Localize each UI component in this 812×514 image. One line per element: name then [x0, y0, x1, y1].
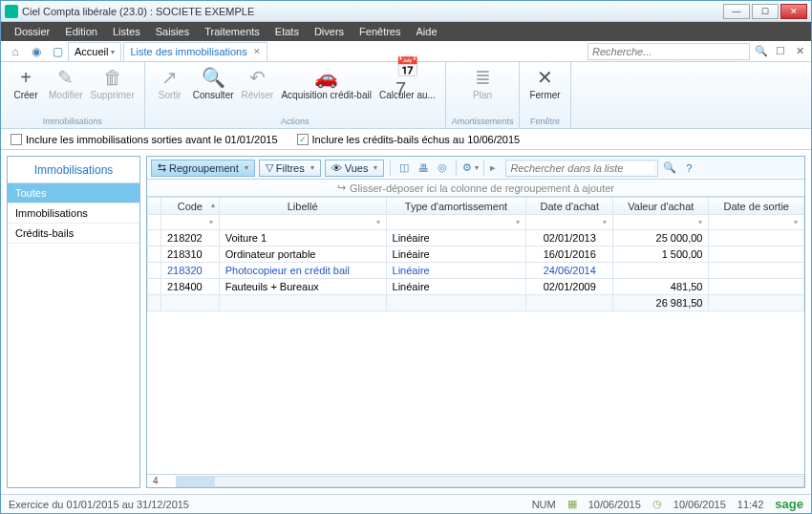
col-libell-[interactable]: Libellé — [219, 198, 386, 215]
new-doc-icon[interactable]: ▢ — [50, 44, 65, 59]
search-icon[interactable]: 🔍 — [662, 161, 677, 176]
group-drop-hint[interactable]: ↪ Glisser-déposer ici la colonne de regr… — [147, 180, 804, 197]
gear-icon[interactable]: ⚙▾ — [462, 161, 478, 176]
sidebar-item-toutes[interactable]: Toutes — [8, 183, 139, 203]
checkbox-inclure-credits[interactable]: ✓ Inclure les crédits-bails échus au 10/… — [297, 134, 521, 145]
filter-cell[interactable]: ▾ — [613, 215, 709, 230]
global-search[interactable] — [588, 43, 750, 60]
table-row[interactable]: 218202Voiture 1Linéaire02/01/201325 000,… — [148, 230, 804, 246]
tab-close-icon[interactable]: ✕ — [253, 47, 261, 56]
cell-code: 218202 — [161, 230, 220, 246]
ribbon-group-label: Fenêtre — [530, 117, 560, 126]
ribbon-cr-er-button[interactable]: +Créer — [7, 64, 45, 102]
print-icon[interactable]: 🖶 — [416, 161, 431, 176]
cell-sortie — [709, 230, 804, 246]
menu-traitements[interactable]: Traitements — [197, 24, 267, 39]
cell-type: Linéaire — [386, 263, 526, 279]
menu-fenetres[interactable]: Fenêtres — [352, 24, 408, 39]
maximize-button[interactable]: ☐ — [752, 4, 779, 19]
chevron-down-icon: ▾ — [310, 163, 314, 172]
col-date-d-achat[interactable]: Date d'achat — [526, 198, 613, 215]
ribbon-calculer-au--button[interactable]: 📅7Calculer au... — [375, 64, 439, 102]
grid-search[interactable] — [505, 160, 658, 177]
ribbon-fermer-button[interactable]: ✕Fermer — [525, 64, 564, 102]
table-row[interactable]: 218320Photocopieur en crédit bailLinéair… — [148, 263, 804, 279]
checkbox-box: ✓ — [297, 134, 309, 145]
regroupement-button[interactable]: ⇆ Regroupement ▾ — [151, 160, 255, 177]
tab-immobilisations[interactable]: Liste des immobilisations ✕ — [123, 42, 267, 61]
close-tab-icon[interactable]: ✕ — [792, 44, 807, 59]
filter-cell[interactable]: ▾ — [526, 215, 613, 230]
menu-dossier[interactable]: Dossier — [7, 24, 57, 39]
grid-toolbar: ⇆ Regroupement ▾ ▽ Filtres ▾ 👁 Vues ▾ ◫ … — [147, 157, 804, 180]
menu-listes[interactable]: Listes — [105, 24, 148, 39]
window-title: Ciel Compta libérale (23.0) : SOCIETE EX… — [22, 6, 254, 17]
ribbon-label: Modifier — [49, 90, 83, 100]
vues-button[interactable]: 👁 Vues ▾ — [325, 160, 385, 177]
minimize-button[interactable]: — — [723, 4, 750, 19]
grid-footer: 4 — [147, 474, 804, 487]
clock-icon: ◷ — [652, 498, 662, 510]
table-row[interactable]: 218310Ordinateur portableLinéaire16/01/2… — [148, 246, 804, 263]
checkbox-label: Inclure les immobilisations sorties avan… — [26, 134, 278, 145]
h-scrollbar[interactable] — [176, 476, 804, 487]
filter-cell[interactable]: ▾ — [386, 215, 526, 230]
table-row[interactable]: 218400Fauteuils + BureauxLinéaire02/01/2… — [148, 279, 804, 295]
ribbon-modifier-button: ✎Modifier — [45, 64, 87, 102]
grid-scroll[interactable]: Code▴LibelléType d'amortissementDate d'a… — [147, 197, 804, 474]
sum-valeur: 26 981,50 — [613, 295, 709, 311]
ribbon-icon: ✎ — [54, 66, 77, 89]
cell-libelle: Ordinateur portable — [219, 246, 386, 263]
maximize-tab-icon[interactable]: ☐ — [773, 44, 788, 59]
ribbon-label: Fermer — [529, 90, 560, 100]
menu-etats[interactable]: Etats — [267, 24, 307, 39]
target-icon[interactable]: ◎ — [435, 161, 450, 176]
chevron-down-icon: ▾ — [374, 163, 377, 172]
col-type-d-amortissement[interactable]: Type d'amortissement — [386, 198, 526, 215]
search-go-icon[interactable]: 🔍 — [754, 44, 769, 59]
ribbon-label: Supprimer — [91, 90, 135, 100]
search-arrow-icon: ▸ — [490, 161, 496, 174]
checkbox-label: Inclure les crédits-bails échus au 10/06… — [312, 134, 521, 145]
status-date1: 10/06/2015 — [588, 499, 641, 510]
filtres-button[interactable]: ▽ Filtres ▾ — [259, 160, 321, 177]
sidebar-item-immobilisations[interactable]: Immobilisations — [8, 203, 139, 224]
ribbon-icon: + — [14, 66, 37, 89]
menu-edition[interactable]: Edition — [57, 24, 105, 39]
ribbon-sortir-button: ↗Sortir — [151, 64, 189, 102]
cell-date_achat: 02/01/2013 — [526, 230, 613, 246]
menu-aide[interactable]: Aide — [409, 24, 445, 39]
content-area: Immobilisations ToutesImmobilisationsCré… — [1, 150, 811, 494]
search-input[interactable] — [592, 46, 745, 57]
ribbon-group: ≣PlanAmortissements — [446, 62, 521, 128]
ribbon-group-label: Amortissements — [452, 117, 514, 126]
grid-search-input[interactable] — [510, 162, 653, 174]
tab-label: Liste des immobilisations — [130, 46, 246, 57]
checkbox-inclure-sorties[interactable]: Inclure les immobilisations sorties avan… — [11, 134, 278, 145]
col-date-de-sortie[interactable]: Date de sortie — [709, 198, 804, 215]
help-icon[interactable]: ? — [681, 161, 696, 176]
col-valeur-d-achat[interactable]: Valeur d'achat — [613, 198, 709, 215]
tab-accueil[interactable]: Accueil ▾ — [68, 42, 121, 61]
filter-cell[interactable]: ▾ — [161, 215, 220, 230]
status-exercice: Exercice du 01/01/2015 au 31/12/2015 — [9, 499, 189, 510]
ribbon-consulter-button[interactable]: 🔍Consulter — [189, 64, 238, 102]
menu-saisies[interactable]: Saisies — [148, 24, 197, 39]
sidebar-item-cr-dits-bails[interactable]: Crédits-bails — [8, 224, 139, 244]
ribbon-icon: ≣ — [471, 66, 494, 89]
cell-code: 218310 — [161, 246, 220, 263]
cell-libelle: Fauteuils + Bureaux — [219, 279, 386, 295]
filter-cell[interactable]: ▾ — [219, 215, 386, 230]
globe-icon[interactable]: ◉ — [29, 44, 44, 59]
ribbon-supprimer-button: 🗑Supprimer — [87, 64, 139, 102]
menu-divers[interactable]: Divers — [307, 24, 352, 39]
filter-cell[interactable]: ▾ — [709, 215, 804, 230]
ribbon-acquisition-cr-dit-bail-button[interactable]: 🚗Acquisition crédit-bail — [277, 64, 375, 102]
home-icon[interactable]: ⌂ — [8, 44, 23, 59]
app-icon — [5, 5, 18, 18]
col-code[interactable]: Code▴ — [161, 198, 220, 215]
close-button[interactable]: ✕ — [780, 4, 807, 19]
ribbon-icon: ✕ — [534, 66, 557, 89]
export-icon[interactable]: ◫ — [396, 161, 412, 176]
ribbon-icon: 🗑 — [101, 66, 124, 89]
